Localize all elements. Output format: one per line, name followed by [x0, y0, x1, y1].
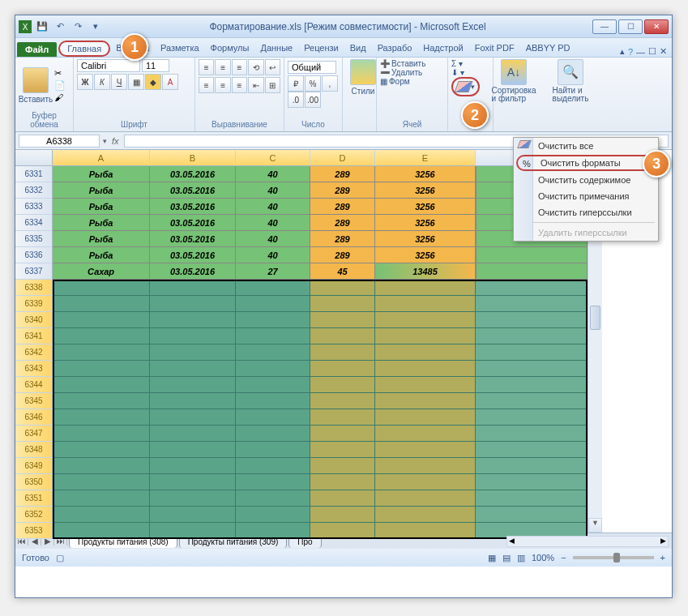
- row-header[interactable]: 6346: [15, 409, 53, 426]
- cell[interactable]: 3256: [375, 215, 476, 231]
- cell[interactable]: [375, 296, 476, 312]
- row-header[interactable]: 6334: [15, 215, 53, 231]
- cell[interactable]: 03.05.2016: [150, 231, 236, 247]
- cell[interactable]: [236, 280, 310, 296]
- cell[interactable]: [375, 393, 476, 409]
- cell[interactable]: [150, 393, 236, 409]
- cell[interactable]: [310, 377, 375, 393]
- comma-button[interactable]: ,: [322, 75, 338, 92]
- cell[interactable]: [150, 377, 236, 393]
- close-button[interactable]: ✕: [644, 19, 669, 34]
- align-middle-button[interactable]: ≡: [215, 59, 230, 75]
- cell[interactable]: [236, 426, 310, 442]
- cell[interactable]: 40: [236, 215, 310, 231]
- cell[interactable]: 289: [310, 199, 375, 215]
- dd-item-2[interactable]: Очистить содержимое: [514, 172, 658, 188]
- cell[interactable]: 13485: [375, 263, 476, 280]
- scroll-down-icon[interactable]: ▼: [588, 518, 602, 533]
- cell[interactable]: 3256: [375, 166, 476, 182]
- cell[interactable]: [150, 312, 236, 328]
- delete-cells-button[interactable]: ➖Удалить: [380, 68, 444, 77]
- tab-рецензи[interactable]: Рецензи: [298, 41, 344, 57]
- cell[interactable]: 27: [236, 263, 310, 280]
- workbook-restore-icon[interactable]: ☐: [648, 46, 656, 57]
- cell[interactable]: [53, 426, 150, 442]
- row-header[interactable]: 6344: [15, 377, 53, 393]
- cell[interactable]: [375, 474, 476, 490]
- cell[interactable]: [476, 344, 588, 361]
- row-header[interactable]: 6339: [15, 296, 53, 312]
- cell[interactable]: [150, 344, 236, 361]
- col-header-D[interactable]: D: [310, 150, 375, 166]
- cell[interactable]: [476, 361, 588, 377]
- italic-button[interactable]: К: [94, 74, 110, 90]
- cell[interactable]: [310, 312, 375, 328]
- row-header[interactable]: 6350: [15, 474, 53, 490]
- cell[interactable]: [236, 296, 310, 312]
- cell[interactable]: [53, 523, 150, 539]
- cell[interactable]: [53, 328, 150, 344]
- cell[interactable]: 45: [310, 263, 375, 280]
- row-header[interactable]: 6343: [15, 361, 53, 377]
- row-header[interactable]: 6341: [15, 328, 53, 344]
- cell[interactable]: [476, 377, 588, 393]
- font-size-select[interactable]: [142, 59, 169, 72]
- cell[interactable]: Рыба: [53, 215, 150, 231]
- scroll-thumb[interactable]: [590, 306, 600, 330]
- row-header[interactable]: 6331: [15, 166, 53, 182]
- cell[interactable]: 03.05.2016: [150, 182, 236, 199]
- row-header[interactable]: 6332: [15, 182, 53, 199]
- border-button[interactable]: ▦: [128, 74, 144, 90]
- cell[interactable]: [375, 377, 476, 393]
- cell[interactable]: 03.05.2016: [150, 166, 236, 182]
- row-header[interactable]: 6353: [15, 523, 53, 539]
- cell[interactable]: [53, 312, 150, 328]
- cell[interactable]: [310, 328, 375, 344]
- cell[interactable]: [310, 361, 375, 377]
- row-header[interactable]: 6333: [15, 199, 53, 215]
- cell[interactable]: 03.05.2016: [150, 247, 236, 263]
- cell[interactable]: 3256: [375, 182, 476, 199]
- cell[interactable]: [236, 458, 310, 474]
- row-header[interactable]: 6347: [15, 426, 53, 442]
- font-name-select[interactable]: [77, 59, 140, 72]
- cell[interactable]: [310, 442, 375, 458]
- save-icon[interactable]: 💾: [35, 19, 49, 34]
- cell[interactable]: [476, 296, 588, 312]
- cell[interactable]: [53, 344, 150, 361]
- row-header[interactable]: 6351: [15, 490, 53, 507]
- align-right-button[interactable]: ≡: [232, 77, 247, 93]
- fill-color-button[interactable]: ◆: [145, 74, 161, 90]
- zoom-in-icon[interactable]: +: [660, 553, 665, 563]
- file-tab[interactable]: Файл: [17, 42, 57, 57]
- cell[interactable]: 40: [236, 231, 310, 247]
- name-box-dropdown-icon[interactable]: ▾: [103, 137, 107, 145]
- cell[interactable]: Рыба: [53, 247, 150, 263]
- row-header[interactable]: 6349: [15, 458, 53, 474]
- cell[interactable]: [53, 377, 150, 393]
- cell[interactable]: 40: [236, 247, 310, 263]
- view-normal-icon[interactable]: ▦: [488, 553, 496, 563]
- percent-button[interactable]: %: [305, 75, 321, 92]
- cell[interactable]: [375, 507, 476, 523]
- cell[interactable]: [476, 263, 588, 280]
- select-all-corner[interactable]: [15, 150, 53, 166]
- cell[interactable]: [476, 426, 588, 442]
- cell[interactable]: [310, 458, 375, 474]
- copy-icon[interactable]: 📄: [54, 80, 66, 91]
- name-box[interactable]: A6338: [19, 135, 100, 148]
- cell[interactable]: [375, 442, 476, 458]
- find-select-button[interactable]: 🔍 Найти и выделить: [553, 59, 588, 103]
- cell[interactable]: [310, 426, 375, 442]
- cell[interactable]: [150, 409, 236, 426]
- align-bottom-button[interactable]: ≡: [232, 59, 247, 75]
- cell[interactable]: [476, 409, 588, 426]
- cell[interactable]: [476, 312, 588, 328]
- tab-вид[interactable]: Вид: [344, 41, 372, 57]
- font-color-button[interactable]: A: [162, 74, 178, 90]
- cell[interactable]: [310, 474, 375, 490]
- tab-формулы[interactable]: Формулы: [205, 41, 255, 57]
- cell[interactable]: [236, 312, 310, 328]
- cell[interactable]: 3256: [375, 247, 476, 263]
- cell[interactable]: [236, 523, 310, 539]
